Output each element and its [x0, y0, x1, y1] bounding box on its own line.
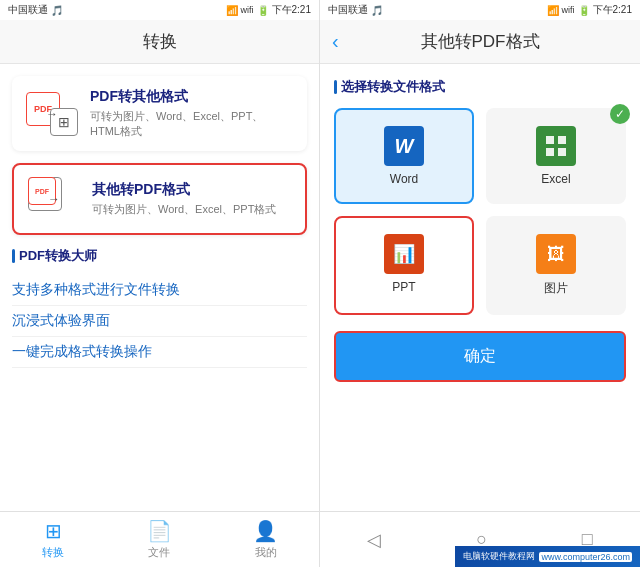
svg-rect-0: [546, 136, 554, 144]
format-grid: W Word ✓ Excel: [334, 108, 626, 315]
other-to-pdf-desc: 可转为图片、Word、Excel、PPT格式: [92, 202, 291, 217]
word-label: Word: [390, 172, 418, 186]
right-battery-icon: 🔋: [578, 5, 590, 16]
right-nav-icon-1: ◁: [367, 529, 381, 551]
left-status-bar: 中国联通 🎵 📶 wifi 🔋 下午2:21: [0, 0, 319, 20]
other-to-pdf-card[interactable]: ⊞ → PDF 其他转PDF格式 可转为图片、Word、Excel、PPT格式: [12, 163, 307, 235]
feature-item-1: 支持多种格式进行文件转换: [12, 275, 307, 306]
right-bottom-bar: ◁ ○ □ 电脑软硬件教程网 www.computer26.com: [320, 511, 640, 567]
left-battery-icon: 🔋: [257, 5, 269, 16]
tab-convert[interactable]: ⊞ 转换: [0, 519, 106, 560]
right-status-bar: 中国联通 🎵 📶 wifi 🔋 下午2:21: [320, 0, 640, 20]
left-carrier: 中国联通: [8, 3, 48, 17]
back-button[interactable]: ‹: [332, 30, 339, 53]
tab-mine[interactable]: 👤 我的: [213, 519, 319, 560]
excel-icon: [536, 126, 576, 166]
other-to-pdf-title: 其他转PDF格式: [92, 181, 291, 199]
left-tiktok-icon: 🎵: [51, 5, 63, 16]
right-status-left: 中国联通 🎵: [328, 3, 383, 17]
format-word[interactable]: W Word: [334, 108, 474, 204]
feature-list: 支持多种格式进行文件转换 沉浸式体验界面 一键完成格式转换操作: [12, 275, 307, 368]
watermark-url: www.computer26.com: [539, 552, 632, 562]
left-wifi-icon: wifi: [241, 5, 254, 15]
svg-rect-3: [558, 148, 566, 156]
right-status-right: 📶 wifi 🔋 下午2:21: [547, 3, 632, 17]
right-carrier: 中国联通: [328, 3, 368, 17]
confirm-button[interactable]: 确定: [334, 331, 626, 382]
excel-grid-icon: [544, 134, 568, 158]
mine-tab-label: 我的: [255, 545, 277, 560]
arrow-right-icon: →: [46, 107, 58, 121]
right-nav-1: ◁: [367, 529, 381, 551]
arrow-right-icon2: →: [48, 192, 60, 206]
tab-file[interactable]: 📄 文件: [106, 519, 212, 560]
right-signal-icon: 📶: [547, 5, 559, 16]
right-time: 下午2:21: [593, 3, 632, 17]
image-icon: 🖼: [536, 234, 576, 274]
left-status-left: 中国联通 🎵: [8, 3, 63, 17]
file-tab-label: 文件: [148, 545, 170, 560]
other-to-pdf-text: 其他转PDF格式 可转为图片、Word、Excel、PPT格式: [92, 181, 291, 217]
left-signal-icon: 📶: [226, 5, 238, 16]
word-icon: W: [384, 126, 424, 166]
format-excel[interactable]: ✓ Excel: [486, 108, 626, 204]
format-ppt[interactable]: 📊 PPT: [334, 216, 474, 315]
ppt-icon: 📊: [384, 234, 424, 274]
watermark: 电脑软硬件教程网 www.computer26.com: [455, 546, 640, 567]
right-tiktok-icon: 🎵: [371, 5, 383, 16]
feature-item-3: 一键完成格式转换操作: [12, 337, 307, 368]
left-tab-bar: ⊞ 转换 📄 文件 👤 我的: [0, 511, 319, 567]
svg-rect-2: [546, 148, 554, 156]
right-nav-bar: ‹ 其他转PDF格式: [320, 20, 640, 64]
ppt-label: PPT: [392, 280, 415, 294]
left-nav-title: 转换: [143, 30, 177, 53]
right-wifi-icon: wifi: [562, 5, 575, 15]
left-content: PDF → ⊞ PDF转其他格式 可转为图片、Word、Excel、PPT、HT…: [0, 64, 319, 511]
right-nav-title: 其他转PDF格式: [421, 30, 540, 53]
feature-section-title: PDF转换大师: [12, 247, 307, 265]
feature-item-2: 沉浸式体验界面: [12, 306, 307, 337]
convert-tab-icon: ⊞: [45, 519, 62, 543]
pdf-to-other-desc: 可转为图片、Word、Excel、PPT、HTML格式: [90, 109, 293, 139]
file-tab-icon: 📄: [147, 519, 172, 543]
convert-tab-label: 转换: [42, 545, 64, 560]
other-to-pdf-icon-group: ⊞ → PDF: [28, 177, 80, 221]
left-status-right: 📶 wifi 🔋 下午2:21: [226, 3, 311, 17]
pdf-to-other-icon-group: PDF → ⊞: [26, 92, 78, 136]
format-image[interactable]: 🖼 图片: [486, 216, 626, 315]
right-section-title: 选择转换文件格式: [334, 78, 626, 96]
right-content: 选择转换文件格式 W Word ✓: [320, 64, 640, 511]
watermark-text: 电脑软硬件教程网: [463, 550, 535, 563]
left-nav-bar: 转换: [0, 20, 319, 64]
image-label: 图片: [544, 280, 568, 297]
feature-section: PDF转换大师 支持多种格式进行文件转换 沉浸式体验界面 一键完成格式转换操作: [12, 247, 307, 368]
left-panel: 中国联通 🎵 📶 wifi 🔋 下午2:21 转换 PDF → ⊞: [0, 0, 320, 567]
excel-label: Excel: [541, 172, 570, 186]
mine-tab-icon: 👤: [253, 519, 278, 543]
pdf-to-other-card[interactable]: PDF → ⊞ PDF转其他格式 可转为图片、Word、Excel、PPT、HT…: [12, 76, 307, 151]
pdf-to-other-text: PDF转其他格式 可转为图片、Word、Excel、PPT、HTML格式: [90, 88, 293, 139]
excel-check-badge: ✓: [610, 104, 630, 124]
svg-rect-1: [558, 136, 566, 144]
right-panel: 中国联通 🎵 📶 wifi 🔋 下午2:21 ‹ 其他转PDF格式 选择转换文件…: [320, 0, 640, 567]
pdf-to-other-title: PDF转其他格式: [90, 88, 293, 106]
left-time: 下午2:21: [272, 3, 311, 17]
